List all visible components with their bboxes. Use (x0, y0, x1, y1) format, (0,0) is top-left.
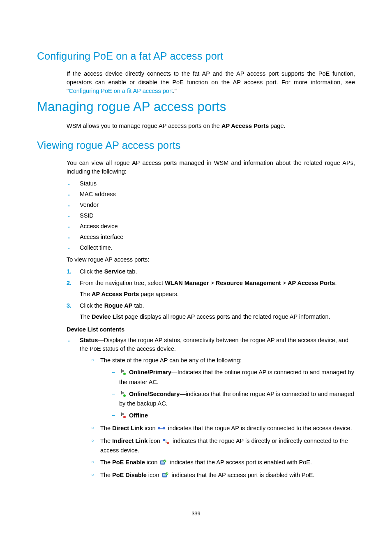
text: indicates that the rogue AP is directly … (166, 425, 352, 431)
list-item: MAC address (67, 190, 355, 199)
text-bold: Online/Secondary (129, 391, 180, 397)
text-bold: Device List (92, 313, 123, 320)
text: The (100, 459, 112, 466)
text: tab. (125, 268, 137, 275)
direct-link-icon (158, 425, 165, 434)
text-bold: Status (80, 337, 98, 343)
list-item: Collect time. (67, 243, 355, 252)
text-bold: Resource Management (216, 280, 281, 286)
ap-online-green-icon (120, 391, 126, 400)
text: icon (145, 459, 159, 466)
text: indicates that the AP access port is dis… (170, 472, 315, 478)
svg-rect-7 (163, 427, 165, 429)
text: > (209, 280, 216, 286)
text-bold: Direct Link (112, 425, 143, 431)
step-3-sub: The Device List page displays all rogue … (80, 313, 355, 321)
svg-point-1 (123, 373, 126, 375)
text: The (100, 472, 112, 478)
svg-rect-12 (161, 461, 164, 463)
state-online-secondary: Online/Secondary—indicates that the onli… (112, 390, 355, 409)
text: . (335, 280, 337, 286)
list-item: Access device (67, 222, 355, 231)
svg-rect-6 (158, 427, 160, 429)
svg-rect-0 (121, 369, 122, 373)
step-2: From the navigation tree, select WLAN Ma… (67, 279, 355, 299)
text-bold: AP Access Ports (92, 291, 139, 297)
indirect-link-item: The Indirect Link icon indicates that th… (91, 437, 355, 456)
list-item: Access interface (67, 233, 355, 241)
poe-disable-item: The PoE Disable icon indicates that the … (91, 471, 355, 481)
list-item: Status (67, 179, 355, 188)
text: The (100, 425, 112, 431)
step-3: Click the Rogue AP tab. The Device List … (67, 301, 355, 321)
steps-intro: To view rogue AP access ports: (67, 255, 355, 264)
status-sublist: The state of the rogue AP can be any of … (91, 356, 355, 480)
info-bullet-list: Status MAC address Vendor SSID Access de… (67, 179, 355, 252)
text: page appears. (139, 291, 179, 297)
svg-rect-4 (121, 412, 122, 416)
svg-rect-10 (167, 442, 169, 444)
ap-online-green-icon (120, 369, 126, 378)
text-bold: Rogue AP (104, 302, 133, 309)
text-bold: PoE Enable (112, 459, 145, 466)
text: The state of the rogue AP can be any of … (100, 357, 242, 364)
heading-configuring-poe-fat: Configuring PoE on a fat AP access port (37, 50, 355, 62)
text-bold: Online/Primary (129, 369, 171, 375)
state-online-primary: Online/Primary—Indicates that the online… (112, 368, 355, 387)
heading-viewing-rogue: Viewing rogue AP access ports (37, 139, 355, 151)
text-bold: PoE Disable (112, 472, 147, 478)
section2-intro: WSM allows you to manage rogue AP access… (67, 122, 355, 130)
device-list-bullets: Status—Displays the rogue AP status, con… (67, 336, 355, 480)
page-number: 339 (0, 510, 392, 517)
section1-body: If the access device directly connects t… (67, 70, 355, 95)
heading-managing-rogue: Managing rogue AP access ports (37, 100, 355, 114)
svg-point-3 (123, 394, 126, 397)
text: The (80, 313, 92, 320)
status-item: Status—Displays the rogue AP status, con… (67, 336, 355, 480)
text-bold: AP Access Ports (288, 280, 335, 286)
text-bold: AP Access Ports (221, 123, 269, 129)
list-item: Vendor (67, 201, 355, 209)
text: tab. (132, 302, 144, 309)
device-list-heading: Device List contents (67, 326, 355, 333)
text: icon (147, 472, 161, 478)
steps-list: Click the Service tab. From the navigati… (67, 267, 355, 321)
ap-offline-red-icon (120, 412, 126, 421)
text: icon (143, 425, 157, 431)
text: indicates that the AP access port is ena… (168, 459, 312, 466)
text-bold: WLAN Manager (165, 280, 209, 286)
list-item: SSID (67, 211, 355, 220)
direct-link-item: The Direct Link icon indicates that the … (91, 424, 355, 434)
text: > (281, 280, 288, 286)
poe-enable-icon (160, 459, 166, 468)
text: The (80, 291, 92, 297)
section3-intro: You can view all rogue AP access ports m… (67, 159, 355, 176)
text-bold: Offline (129, 412, 148, 419)
svg-rect-15 (163, 474, 166, 476)
section2-body: WSM allows you to manage rogue AP access… (67, 122, 355, 130)
text: page displays all rogue AP access ports … (123, 313, 330, 320)
text-bold: Service (104, 268, 126, 275)
section3-body: You can view all rogue AP access ports m… (67, 159, 355, 481)
text: Click the (80, 268, 104, 275)
step-2-sub: The AP Access Ports page appears. (80, 290, 355, 299)
document-page: Configuring PoE on a fat AP access port … (0, 0, 392, 533)
text: page. (269, 123, 285, 129)
state-intro-item: The state of the rogue AP can be any of … (91, 356, 355, 421)
text-bold: Indirect Link (112, 438, 148, 444)
svg-rect-9 (163, 439, 165, 441)
poe-enable-item: The PoE Enable icon indicates that the A… (91, 458, 355, 468)
step-1: Click the Service tab. (67, 267, 355, 276)
svg-rect-2 (121, 391, 122, 394)
text: ." (173, 88, 177, 94)
link-configuring-poe-fit[interactable]: Configuring PoE on a fit AP access port (69, 88, 173, 94)
state-list: Online/Primary—Indicates that the online… (112, 368, 355, 421)
text: icon (148, 438, 162, 444)
svg-point-5 (123, 416, 126, 418)
section1-paragraph: If the access device directly connects t… (67, 70, 355, 95)
poe-disable-icon (162, 472, 168, 481)
text: Click the (80, 302, 104, 309)
text: —Displays the rogue AP status, connectiv… (80, 337, 348, 352)
indirect-link-icon (163, 438, 169, 447)
text: The (100, 438, 112, 444)
